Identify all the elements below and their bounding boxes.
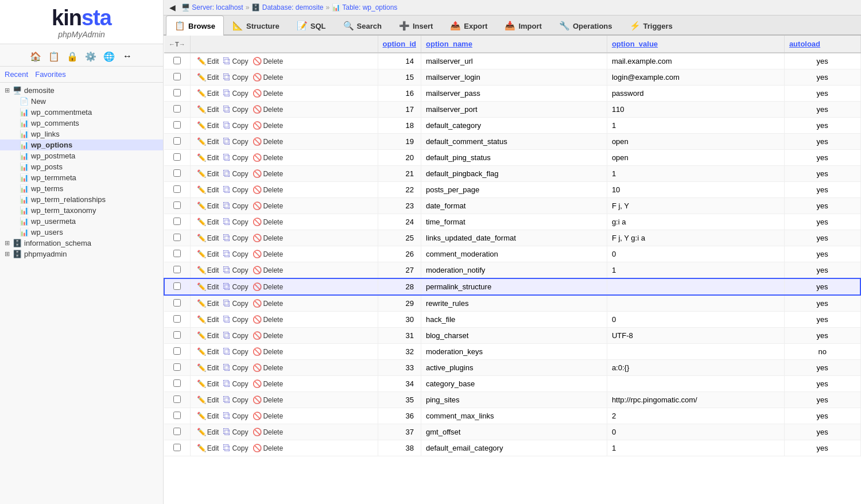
edit-btn-34[interactable]: ✏️Edit [195, 379, 221, 389]
checkbox-15[interactable] [173, 73, 181, 80]
copy-btn-36[interactable]: ⿻Copy [222, 411, 250, 421]
tab-triggers[interactable]: ⚡Triggers [621, 15, 681, 36]
copy-btn-30[interactable]: ⿻Copy [222, 315, 250, 324]
copy-btn-21[interactable]: ⿻Copy [222, 169, 250, 179]
sidebar-item-information_schema[interactable]: ⊞🗄️information_schema [0, 238, 163, 249]
checkbox-36[interactable] [173, 412, 181, 419]
tab-operations[interactable]: 🔧Operations [550, 15, 621, 36]
edit-btn-14[interactable]: ✏️Edit [195, 56, 221, 66]
edit-btn-21[interactable]: ✏️Edit [195, 169, 221, 179]
edit-btn-25[interactable]: ✏️Edit [195, 233, 221, 243]
checkbox-37[interactable] [173, 428, 181, 435]
edit-btn-20[interactable]: ✏️Edit [195, 153, 221, 162]
checkbox-30[interactable] [173, 315, 181, 323]
copy-btn-23[interactable]: ⿻Copy [222, 201, 250, 211]
sidebar-item-wp_comments[interactable]: 📊wp_comments [0, 118, 163, 129]
tab-export[interactable]: 📤Export [441, 15, 496, 36]
autoload-col-header[interactable]: autoload [784, 36, 860, 53]
collapse-icon[interactable]: ↔ [120, 49, 135, 64]
tab-insert[interactable]: ➕Insert [390, 15, 441, 36]
delete-btn-24[interactable]: 🚫Delete [251, 217, 285, 227]
edit-btn-26[interactable]: ✏️Edit [195, 249, 221, 259]
edit-btn-16[interactable]: ✏️Edit [195, 88, 221, 98]
copy-btn-20[interactable]: ⿻Copy [222, 153, 250, 162]
checkbox-18[interactable] [173, 121, 181, 129]
edit-btn-22[interactable]: ✏️Edit [195, 185, 221, 195]
copy-btn-37[interactable]: ⿻Copy [222, 427, 250, 437]
sort-arrows[interactable]: ←T→ [169, 41, 185, 48]
delete-btn-38[interactable]: 🚫Delete [251, 443, 285, 453]
checkbox-32[interactable] [173, 347, 181, 355]
checkbox-20[interactable] [173, 153, 181, 161]
checkbox-14[interactable] [173, 57, 181, 64]
sidebar-item-wp_users[interactable]: 📊wp_users [0, 227, 163, 238]
checkbox-21[interactable] [173, 169, 181, 177]
sidebar-item-wp_links[interactable]: 📊wp_links [0, 129, 163, 139]
delete-btn-25[interactable]: 🚫Delete [251, 233, 285, 243]
copy-btn-34[interactable]: ⿻Copy [222, 379, 250, 389]
edit-btn-17[interactable]: ✏️Edit [195, 104, 221, 114]
globe-icon[interactable]: 🌐 [102, 49, 117, 64]
edit-btn-28[interactable]: ✏️Edit [195, 282, 221, 292]
checkbox-25[interactable] [173, 234, 181, 241]
delete-btn-29[interactable]: 🚫Delete [251, 298, 285, 308]
delete-btn-23[interactable]: 🚫Delete [251, 201, 285, 211]
sidebar-item-wp_commentmeta[interactable]: 📊wp_commentmeta [0, 107, 163, 118]
sidebar-item-wp_termmeta[interactable]: 📊wp_termmeta [0, 172, 163, 183]
copy-btn-25[interactable]: ⿻Copy [222, 233, 250, 243]
copy-btn-17[interactable]: ⿻Copy [222, 104, 250, 114]
copy-btn-31[interactable]: ⿻Copy [222, 331, 250, 340]
back-button[interactable]: ◀ [169, 3, 176, 12]
list-icon[interactable]: 📋 [46, 49, 61, 64]
edit-btn-32[interactable]: ✏️Edit [195, 347, 221, 356]
edit-btn-36[interactable]: ✏️Edit [195, 411, 221, 421]
delete-btn-37[interactable]: 🚫Delete [251, 427, 285, 437]
copy-btn-19[interactable]: ⿻Copy [222, 137, 250, 146]
checkbox-34[interactable] [173, 379, 181, 387]
checkbox-27[interactable] [173, 266, 181, 273]
delete-btn-32[interactable]: 🚫Delete [251, 347, 285, 356]
delete-btn-14[interactable]: 🚫Delete [251, 56, 285, 66]
edit-btn-35[interactable]: ✏️Edit [195, 395, 221, 405]
checkbox-16[interactable] [173, 89, 181, 96]
copy-btn-35[interactable]: ⿻Copy [222, 395, 250, 405]
breadcrumb-table[interactable]: 📊 Table: wp_options [332, 3, 397, 11]
delete-btn-22[interactable]: 🚫Delete [251, 185, 285, 195]
checkbox-38[interactable] [173, 444, 181, 451]
option-value-col-header[interactable]: option_value [607, 36, 784, 53]
option-id-col-header[interactable]: option_id [378, 36, 421, 53]
tab-import[interactable]: 📥Import [496, 15, 550, 36]
sidebar-item-wp_term_taxonomy[interactable]: 📊wp_term_taxonomy [0, 205, 163, 216]
delete-btn-15[interactable]: 🚫Delete [251, 72, 285, 82]
tab-browse[interactable]: 📋Browse [166, 15, 224, 36]
edit-btn-37[interactable]: ✏️Edit [195, 427, 221, 437]
delete-btn-26[interactable]: 🚫Delete [251, 249, 285, 259]
home-icon[interactable]: 🏠 [28, 49, 43, 64]
edit-btn-15[interactable]: ✏️Edit [195, 72, 221, 82]
edit-btn-38[interactable]: ✏️Edit [195, 443, 221, 453]
breadcrumb-server[interactable]: 🖥️ Server: localhost [181, 3, 243, 11]
edit-btn-29[interactable]: ✏️Edit [195, 298, 221, 308]
edit-btn-33[interactable]: ✏️Edit [195, 363, 221, 373]
edit-btn-18[interactable]: ✏️Edit [195, 121, 221, 130]
edit-btn-30[interactable]: ✏️Edit [195, 315, 221, 324]
copy-btn-14[interactable]: ⿻Copy [222, 56, 250, 66]
copy-btn-26[interactable]: ⿻Copy [222, 249, 250, 259]
checkbox-29[interactable] [173, 299, 181, 307]
delete-btn-18[interactable]: 🚫Delete [251, 121, 285, 130]
checkbox-33[interactable] [173, 363, 181, 371]
tab-sql[interactable]: 📝SQL [288, 15, 335, 36]
edit-btn-19[interactable]: ✏️Edit [195, 137, 221, 146]
edit-btn-31[interactable]: ✏️Edit [195, 331, 221, 340]
delete-btn-31[interactable]: 🚫Delete [251, 331, 285, 340]
delete-btn-35[interactable]: 🚫Delete [251, 395, 285, 405]
sidebar-item-wp_options[interactable]: 📊wp_options [0, 139, 163, 150]
recent-btn[interactable]: Recent [5, 70, 28, 79]
copy-btn-29[interactable]: ⿻Copy [222, 298, 250, 308]
sidebar-item-wp_postmeta[interactable]: 📊wp_postmeta [0, 150, 163, 161]
sidebar-item-wp_posts[interactable]: 📊wp_posts [0, 161, 163, 172]
delete-btn-28[interactable]: 🚫Delete [251, 282, 285, 292]
delete-btn-16[interactable]: 🚫Delete [251, 88, 285, 98]
copy-btn-33[interactable]: ⿻Copy [222, 363, 250, 373]
copy-btn-22[interactable]: ⿻Copy [222, 185, 250, 195]
